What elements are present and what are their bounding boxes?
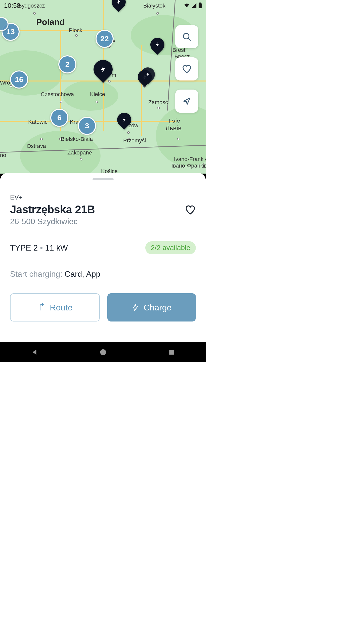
provider-label: EV+ [10, 193, 196, 201]
start-charging-info: Start charging: Card, App [10, 269, 196, 279]
heart-icon [185, 204, 196, 215]
bolt-icon [131, 303, 140, 311]
nav-home-button[interactable] [98, 347, 108, 357]
map-cluster-6[interactable]: 6 [50, 109, 68, 127]
map-cluster-2[interactable]: 2 [58, 55, 76, 73]
connector-spec: TYPE 2 • 11 kW [10, 243, 68, 253]
city-zamosc: Zamość [148, 99, 168, 106]
city-bielsko: Bielsko-Biala [61, 136, 93, 142]
square-recents-icon [168, 349, 175, 355]
nav-recents-button[interactable] [167, 347, 177, 357]
city-lviv-cyr: Львів [165, 124, 182, 132]
location-arrow-icon [182, 96, 192, 106]
triangle-back-icon [31, 348, 38, 356]
city-lviv: Lviv [168, 117, 180, 125]
map-station-pin-selected[interactable] [89, 56, 116, 83]
map-search-button[interactable] [175, 25, 198, 48]
nav-back-button[interactable] [29, 347, 39, 357]
battery-icon [198, 3, 202, 9]
svg-rect-2 [199, 3, 202, 8]
map-cluster-16[interactable]: 16 [10, 70, 28, 89]
favorite-button[interactable] [185, 203, 196, 216]
station-address: 26-500 Szydłowiec [10, 217, 95, 226]
heart-icon [182, 64, 192, 74]
status-bar: 10:58 [0, 1, 206, 10]
map-favorites-button[interactable] [175, 57, 198, 80]
country-label: Poland [36, 17, 65, 27]
android-navbar [0, 342, 206, 362]
city-ivano: Ivano-Frankiv [174, 156, 206, 163]
signal-icon [191, 3, 197, 8]
city-czestochowa: Częstochowa [41, 91, 74, 98]
svg-rect-3 [199, 3, 201, 3]
map[interactable]: Poland Bydgoszcz Białystok Płock Brest Б… [0, 0, 206, 174]
availability-badge: 2/2 available [145, 241, 196, 254]
city-krakow: Kra [70, 119, 78, 125]
city-wro: Wro [0, 79, 10, 86]
route-button[interactable]: Route [10, 293, 100, 321]
svg-point-4 [100, 349, 106, 355]
sheet-grabber[interactable] [93, 178, 114, 180]
city-kielce: Kielce [90, 91, 105, 98]
map-cluster-3[interactable]: 3 [78, 117, 96, 135]
search-icon [182, 32, 192, 42]
station-sheet: EV+ Jastrzębska 21B 26-500 Szydłowiec TY… [0, 173, 206, 342]
city-m: m [112, 72, 116, 78]
city-no: no [0, 152, 6, 158]
city-plock: Płock [69, 27, 82, 34]
circle-home-icon [100, 349, 107, 356]
city-ostrava: Ostrava [27, 143, 46, 149]
city-zakopane: Zakopane [67, 149, 92, 156]
svg-line-1 [188, 38, 190, 40]
svg-rect-5 [169, 350, 174, 355]
city-ivano-cyr: Івано-Франків [171, 163, 206, 169]
charge-button[interactable]: Charge [107, 293, 196, 321]
map-cluster-22[interactable]: 22 [96, 30, 114, 48]
city-przemysl: Przemyśl [123, 137, 146, 144]
city-katowice: Katowic [28, 119, 48, 125]
wifi-icon [184, 3, 190, 8]
station-title: Jastrzębska 21B [10, 203, 95, 216]
status-time: 10:58 [4, 2, 20, 10]
route-icon [37, 303, 46, 312]
map-locate-button[interactable] [175, 90, 198, 113]
